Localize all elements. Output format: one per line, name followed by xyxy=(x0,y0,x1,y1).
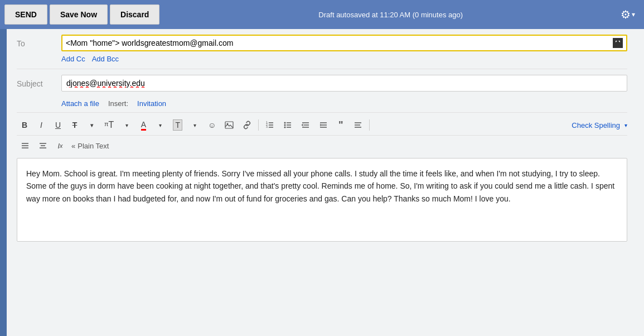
gear-icon: ⚙ xyxy=(621,8,631,21)
font-color-button[interactable]: A xyxy=(135,117,151,133)
text-highlight-button[interactable]: T xyxy=(169,117,186,133)
insert-label: Insert: xyxy=(108,99,128,108)
check-spelling-arrow[interactable]: ▾ xyxy=(624,122,627,128)
align-center-button[interactable] xyxy=(35,138,51,153)
subject-field-row: Subject xyxy=(17,69,627,95)
to-label: To xyxy=(17,35,61,48)
left-sidebar-bar xyxy=(0,29,7,336)
send-button[interactable]: SEND xyxy=(4,4,47,25)
plain-text-label: Plain Text xyxy=(78,142,109,150)
remove-format-button[interactable]: Ix xyxy=(52,138,68,153)
unordered-list-button[interactable] xyxy=(279,117,296,133)
plain-text-arrow: « xyxy=(71,142,75,150)
image-button[interactable] xyxy=(221,117,238,133)
to-input-wrapper xyxy=(61,35,627,51)
plain-text-toggle[interactable]: « Plain Text xyxy=(71,142,109,150)
subject-field-content xyxy=(61,75,627,92)
add-bcc-link[interactable]: Add Bcc xyxy=(92,55,119,63)
to-input[interactable] xyxy=(66,39,613,47)
settings-button[interactable]: ⚙ ▾ xyxy=(616,6,640,23)
attach-insert-row: Attach a file Insert: Invitation xyxy=(17,95,627,113)
italic-button[interactable]: I xyxy=(33,117,49,133)
subject-label: Subject xyxy=(17,75,61,88)
font-color-arrow-button[interactable]: ▾ xyxy=(152,117,168,133)
ordered-list-button[interactable]: 1.2.3. xyxy=(262,117,278,133)
emoji-button[interactable]: ☺ xyxy=(204,117,220,133)
message-text: Hey Mom. School is great. I'm meeting pl… xyxy=(26,169,614,203)
discard-button[interactable]: Discard xyxy=(110,4,159,25)
format-toolbar-row2: Ix « Plain Text xyxy=(17,136,627,158)
link-button[interactable] xyxy=(239,117,255,133)
message-body[interactable]: Hey Mom. School is great. I'm meeting pl… xyxy=(17,158,627,242)
underline-button[interactable]: U xyxy=(50,117,66,133)
align-button[interactable] xyxy=(350,117,366,133)
to-field-row: To Add Cc Add Bcc xyxy=(17,29,627,69)
autosave-status: Draft autosaved at 11:20 AM (0 minutes a… xyxy=(167,11,614,19)
chevron-down-icon: ▾ xyxy=(632,11,635,18)
compose-area: To Add Cc Add Bcc Subject Attach a file … xyxy=(0,29,644,336)
invitation-link[interactable]: Invitation xyxy=(137,99,166,108)
svg-point-11 xyxy=(284,122,286,124)
bold-button[interactable]: B xyxy=(17,117,32,133)
check-spelling-button[interactable]: Check Spelling xyxy=(568,117,623,133)
indent-less-button[interactable] xyxy=(297,117,314,133)
attach-file-link[interactable]: Attach a file xyxy=(61,99,99,108)
compose-toolbar: SEND Save Now Discard Draft autosaved at… xyxy=(0,0,644,29)
svg-point-12 xyxy=(284,124,286,126)
align-left-button[interactable] xyxy=(17,138,33,153)
format-toolbar-row1: B I U T ▾ πT ▾ A ▾ T ▾ ☺ 1.2.3. xyxy=(17,113,627,136)
text-highlight-arrow-button[interactable]: ▾ xyxy=(187,117,203,133)
indent-more-button[interactable] xyxy=(315,117,332,133)
add-cc-link[interactable]: Add Cc xyxy=(61,55,85,63)
expand-recipients-icon[interactable] xyxy=(613,38,623,48)
font-size-button[interactable]: πT xyxy=(100,117,118,133)
svg-rect-0 xyxy=(225,122,233,128)
font-size-arrow-button[interactable]: ▾ xyxy=(119,117,134,133)
to-field-content: Add Cc Add Bcc xyxy=(61,35,627,63)
cc-bcc-links: Add Cc Add Bcc xyxy=(61,55,627,63)
separator-2 xyxy=(369,119,370,131)
save-now-button[interactable]: Save Now xyxy=(50,4,108,25)
blockquote-button[interactable]: " xyxy=(333,117,348,133)
svg-point-13 xyxy=(284,127,286,128)
strikethrough-button[interactable]: T xyxy=(67,117,83,133)
subject-input[interactable] xyxy=(61,75,627,92)
strikethrough-arrow-button[interactable]: ▾ xyxy=(84,117,99,133)
separator-1 xyxy=(258,119,259,131)
svg-text:3.: 3. xyxy=(266,125,268,128)
